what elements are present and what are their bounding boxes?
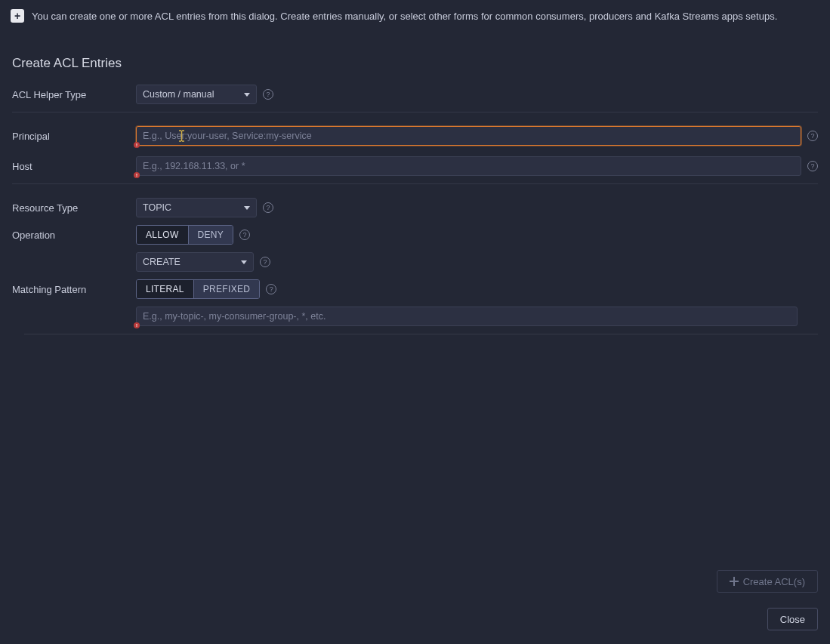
close-button[interactable]: Close <box>767 608 818 630</box>
select-helper-type[interactable]: Custom / manual <box>136 85 257 104</box>
row-operation: Operation ALLOW DENY ? <box>12 225 818 245</box>
row-matching: Matching Pattern LITERAL PREFIXED ? <box>12 279 818 299</box>
page-title: Create ACL Entries <box>12 56 818 71</box>
error-icon: ! <box>134 142 140 148</box>
help-icon[interactable]: ? <box>263 202 273 213</box>
label-helper-type: ACL Helper Type <box>12 89 136 100</box>
divider <box>24 334 818 334</box>
info-bar: + You can create one or more ACL entries… <box>0 0 830 30</box>
row-operation-value: CREATE ? <box>136 252 818 272</box>
info-text: You can create one or more ACL entries f… <box>32 11 777 22</box>
chevron-down-icon <box>244 93 250 97</box>
label-matching: Matching Pattern <box>12 284 136 295</box>
toggle-allow[interactable]: ALLOW <box>137 226 188 244</box>
help-icon[interactable]: ? <box>266 284 276 294</box>
plus-icon <box>730 577 739 586</box>
label-resource-type: Resource Type <box>12 202 136 214</box>
toggle-deny[interactable]: DENY <box>188 226 233 244</box>
toggle-matching: LITERAL PREFIXED <box>136 279 260 299</box>
row-resource-type: Resource Type TOPIC ? <box>12 183 818 217</box>
chevron-down-icon <box>241 260 247 264</box>
label-operation: Operation <box>12 230 136 241</box>
select-helper-type-value: Custom / manual <box>143 89 214 100</box>
row-principal: Principal ! ? <box>12 112 818 146</box>
create-acls-label: Create ACL(s) <box>743 576 805 587</box>
row-helper-type: ACL Helper Type Custom / manual ? <box>12 85 818 104</box>
matching-pattern-input[interactable] <box>136 307 798 326</box>
principal-input[interactable] <box>136 126 801 146</box>
toggle-operation: ALLOW DENY <box>136 225 233 245</box>
error-icon: ! <box>134 172 140 178</box>
help-icon[interactable]: ? <box>260 257 270 267</box>
toggle-prefixed[interactable]: PREFIXED <box>193 280 259 298</box>
help-icon[interactable]: ? <box>807 161 818 171</box>
help-icon[interactable]: ? <box>239 230 250 240</box>
row-host: Host ! ? <box>12 156 818 176</box>
plus-icon: + <box>11 9 24 23</box>
select-operation-value: CREATE <box>143 257 181 267</box>
host-input[interactable] <box>136 156 801 176</box>
select-resource-type-value: TOPIC <box>143 202 171 213</box>
row-matching-input: ! <box>136 307 818 326</box>
help-icon[interactable]: ? <box>807 131 818 141</box>
select-operation[interactable]: CREATE <box>136 252 254 272</box>
help-icon[interactable]: ? <box>263 89 273 100</box>
error-icon: ! <box>134 322 140 328</box>
dialog-footer: Create ACL(s) Close <box>0 570 830 644</box>
close-label: Close <box>780 614 805 625</box>
chevron-down-icon <box>244 206 250 210</box>
toggle-literal[interactable]: LITERAL <box>137 280 193 298</box>
label-principal: Principal <box>12 131 136 142</box>
form-section: Create ACL Entries ACL Helper Type Custo… <box>0 30 830 334</box>
label-host: Host <box>12 161 136 172</box>
create-acls-button[interactable]: Create ACL(s) <box>717 570 818 593</box>
select-resource-type[interactable]: TOPIC <box>136 198 257 217</box>
